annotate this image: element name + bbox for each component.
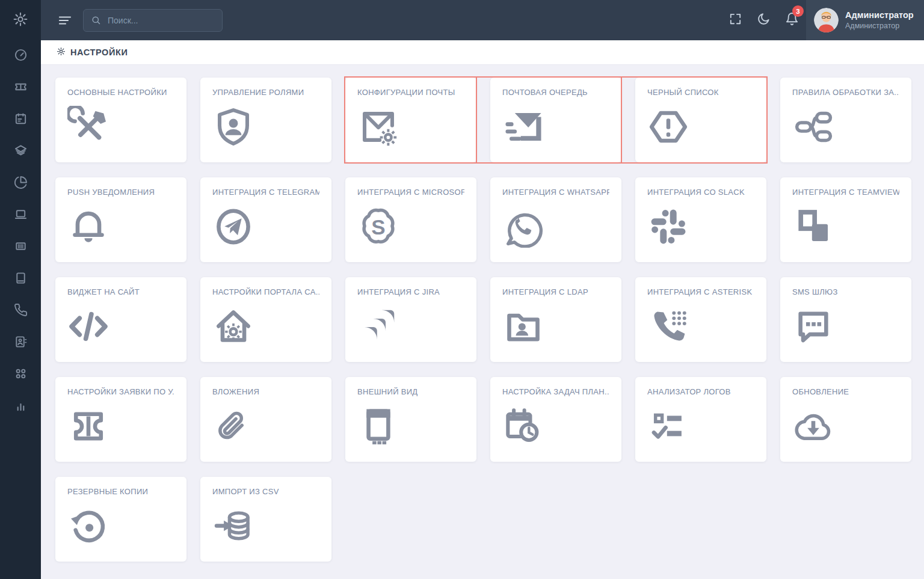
user-menu[interactable]: Администратор Администратор — [806, 0, 924, 40]
card-title: ИНТЕГРАЦИЯ С LDAP — [502, 287, 609, 296]
settings-card[interactable]: ИНТЕГРАЦИЯ С MICROSOF...S — [345, 177, 476, 262]
layers-icon — [14, 144, 28, 160]
settings-card[interactable]: НАСТРОЙКИ ЗАЯВКИ ПО У... — [55, 377, 186, 462]
notifications-button[interactable]: 3 — [778, 0, 806, 40]
sidebar — [0, 0, 41, 579]
ldap-icon — [502, 305, 544, 348]
sidebar-item-phone[interactable] — [0, 295, 41, 327]
settings-card[interactable]: ВНЕШНИЙ ВИД — [345, 377, 476, 462]
card-title: УПРАВЛЕНИЕ РОЛЯМИ — [212, 88, 319, 97]
address-book-icon — [14, 335, 28, 351]
card-title: ЧЕРНЫЙ СПИСОК — [647, 88, 754, 97]
card-title: ПОЧТОВАЯ ОЧЕРЕДЬ — [502, 88, 609, 97]
appearance-icon — [357, 405, 399, 447]
settings-card[interactable]: ИНТЕГРАЦИЯ С LDAP — [490, 277, 621, 362]
card-title: ИНТЕГРАЦИЯ С MICROSOF... — [357, 188, 464, 197]
laptop-icon — [14, 207, 28, 224]
card-title: КОНФИГУРАЦИИ ПОЧТЫ — [357, 88, 464, 97]
settings-card[interactable]: SMS ШЛЮЗ — [780, 277, 911, 362]
settings-card[interactable]: ПОЧТОВАЯ ОЧЕРЕДЬ — [490, 78, 621, 162]
telegram-icon — [212, 206, 254, 248]
skype-icon: S — [357, 206, 399, 248]
gear-icon — [13, 11, 28, 29]
sidebar-item-table[interactable] — [0, 231, 41, 263]
hamburger-icon — [58, 13, 72, 28]
fullscreen-button[interactable] — [721, 0, 750, 40]
card-title: ПРАВИЛА ОБРАБОТКИ ЗА... — [792, 88, 899, 97]
ticket-settings-icon — [67, 405, 109, 447]
sidebar-item-ticket[interactable] — [0, 72, 41, 104]
card-title: ИМПОРТ ИЗ CSV — [212, 487, 319, 496]
log-analyzer-icon — [647, 405, 689, 447]
dark-mode-button[interactable] — [750, 0, 778, 40]
ticket-icon — [14, 80, 28, 96]
card-title: НАСТРОЙКИ ЗАЯВКИ ПО У... — [67, 387, 174, 396]
csv-import-icon — [212, 505, 254, 547]
push-bell-icon — [67, 206, 109, 248]
sidebar-item-dashboard[interactable] — [0, 40, 41, 72]
rules-icon — [792, 106, 834, 148]
blacklist-icon — [647, 106, 689, 148]
menu-toggle-button[interactable] — [58, 13, 72, 28]
card-title: ОСНОВНЫЕ НАСТРОЙКИ — [67, 88, 174, 97]
settings-card[interactable]: КОНФИГУРАЦИИ ПОЧТЫ — [345, 78, 476, 162]
page-header: НАСТРОЙКИ — [41, 40, 924, 65]
table-icon — [14, 239, 28, 256]
settings-card[interactable]: НАСТРОЙКА ЗАДАЧ ПЛАН... — [490, 377, 621, 462]
sms-icon — [792, 305, 834, 348]
settings-card[interactable]: АНАЛИЗАТОР ЛОГОВ — [635, 377, 766, 462]
attachments-icon — [212, 405, 254, 447]
settings-card[interactable]: ИНТЕГРАЦИЯ С TEAMVIEW... — [780, 177, 911, 262]
sidebar-item-apps[interactable] — [0, 359, 41, 391]
settings-card[interactable]: РЕЗЕРВНЫЕ КОПИИ — [55, 477, 186, 562]
settings-card[interactable]: ВЛОЖЕНИЯ — [200, 377, 331, 462]
settings-card[interactable]: ЧЕРНЫЙ СПИСОК — [635, 78, 766, 162]
teamviewer-icon — [792, 206, 834, 248]
settings-card[interactable]: ИМПОРТ ИЗ CSV — [200, 477, 331, 562]
whatsapp-icon — [502, 206, 544, 248]
sidebar-item-laptop[interactable] — [0, 200, 41, 231]
fullscreen-icon — [728, 12, 742, 28]
notification-badge: 3 — [792, 5, 804, 17]
bar-chart-icon — [14, 399, 28, 415]
book-icon — [14, 271, 28, 287]
user-role: Администратор — [845, 21, 914, 31]
pie-chart-icon — [14, 176, 28, 192]
settings-card[interactable]: ИНТЕГРАЦИЯ С ASTERISK — [635, 277, 766, 362]
sidebar-item-address-book[interactable] — [0, 327, 41, 359]
mail-config-icon — [357, 106, 399, 148]
search-box — [83, 9, 223, 32]
settings-card[interactable]: ПРАВИЛА ОБРАБОТКИ ЗА... — [780, 78, 911, 162]
slack-icon — [647, 206, 689, 248]
user-name: Администратор — [845, 10, 914, 21]
settings-cards-grid: ОСНОВНЫЕ НАСТРОЙКИУПРАВЛЕНИЕ РОЛЯМИКОНФИ… — [41, 65, 924, 574]
settings-card[interactable]: ИНТЕГРАЦИЯ С JIRA — [345, 277, 476, 362]
roles-shield-icon — [212, 106, 254, 148]
sidebar-nav — [0, 40, 41, 423]
settings-card[interactable]: ВИДЖЕТ НА САЙТ — [55, 277, 186, 362]
scheduler-icon — [502, 405, 544, 447]
apps-icon — [14, 367, 28, 383]
settings-card[interactable]: ОСНОВНЫЕ НАСТРОЙКИ — [55, 78, 186, 162]
mail-queue-icon — [502, 106, 544, 148]
settings-card[interactable]: PUSH УВЕДОМЛЕНИЯ — [55, 177, 186, 262]
settings-card[interactable]: ИНТЕГРАЦИЯ СО SLACK — [635, 177, 766, 262]
sidebar-item-layers[interactable] — [0, 136, 41, 168]
settings-card[interactable]: ИНТЕГРАЦИЯ С WHATSAPP — [490, 177, 621, 262]
page-title: НАСТРОЙКИ — [70, 47, 128, 57]
sidebar-item-book[interactable] — [0, 263, 41, 295]
settings-card[interactable]: ИНТЕГРАЦИЯ С TELEGRAM... — [200, 177, 331, 262]
sidebar-item-settings[interactable] — [0, 0, 41, 40]
card-title: АНАЛИЗАТОР ЛОГОВ — [647, 387, 754, 396]
settings-card[interactable]: НАСТРОЙКИ ПОРТАЛА СА... — [200, 277, 331, 362]
search-input[interactable] — [106, 15, 209, 26]
sidebar-item-pie-chart[interactable] — [0, 168, 41, 200]
avatar — [814, 8, 839, 32]
sidebar-item-bar-chart[interactable] — [0, 391, 41, 423]
settings-card[interactable]: ОБНОВЛЕНИЕ — [780, 377, 911, 462]
card-title: ИНТЕГРАЦИЯ СО SLACK — [647, 188, 754, 197]
settings-card[interactable]: УПРАВЛЕНИЕ РОЛЯМИ — [200, 78, 331, 162]
sidebar-item-calendar[interactable] — [0, 104, 41, 136]
card-title: PUSH УВЕДОМЛЕНИЯ — [67, 188, 174, 197]
card-title: SMS ШЛЮЗ — [792, 287, 899, 296]
